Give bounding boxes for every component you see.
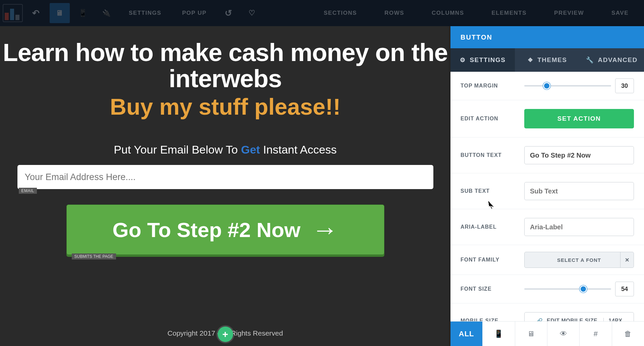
panel-tabs: ⚙SETTINGS ❖THEMES 🔧ADVANCED (450, 48, 644, 72)
desktop-icon: 🖥 (527, 330, 535, 338)
device-all-tab[interactable]: ALL (450, 322, 483, 346)
undo-button[interactable] (26, 3, 46, 23)
sections-menu[interactable]: SECTIONS (312, 3, 369, 23)
field-type-tag: EMAIL (19, 188, 37, 194)
font-size-slider[interactable] (524, 288, 611, 290)
heart-icon (249, 9, 256, 17)
history-icon (225, 8, 233, 18)
wrench-icon: 🔧 (586, 56, 594, 64)
sub-text-input[interactable] (524, 182, 634, 200)
device-all-label: ALL (459, 330, 474, 338)
tab-settings[interactable]: ⚙SETTINGS (450, 48, 515, 72)
cta-button[interactable]: Go To Step #2 Now → (66, 205, 384, 255)
cta-button-element[interactable]: Go To Step #2 Now → SUBMITS THE PAGE (66, 205, 384, 255)
email-input-element[interactable]: EMAIL (17, 165, 433, 189)
delete-element-button[interactable]: 🗑 (612, 322, 644, 346)
save-button[interactable]: SAVE (599, 3, 641, 23)
prop-aria-label: ARIA-LABEL (450, 209, 644, 245)
slider-thumb[interactable] (543, 82, 550, 90)
page-subheadline[interactable]: Buy my stuff please!! (0, 94, 450, 120)
tab-settings-label: SETTINGS (470, 56, 505, 64)
arrow-right-icon: → (312, 215, 338, 245)
select-font-button[interactable]: SELECT A FONT ✕ (524, 252, 634, 268)
settings-menu-label: SETTINGS (129, 10, 161, 16)
panel-title: BUTTON (450, 26, 644, 48)
preview-button[interactable]: PREVIEW (542, 3, 596, 23)
elements-menu[interactable]: ELEMENTS (479, 3, 539, 23)
prop-sub-text: SUB TEXT (450, 173, 644, 209)
palette-icon: ❖ (528, 56, 534, 64)
prop-top-margin: TOP MARGIN (450, 72, 644, 100)
integrations-button[interactable] (97, 3, 117, 23)
plus-icon: + (222, 329, 228, 340)
edit-mobile-label: EDIT MOBILE SIZE (547, 318, 597, 321)
desktop-view-button[interactable] (50, 3, 70, 23)
tab-advanced-label: ADVANCED (598, 56, 637, 64)
tab-themes[interactable]: ❖THEMES (515, 48, 579, 72)
mobile-view-button[interactable] (73, 3, 93, 23)
aria-label-input[interactable] (524, 218, 634, 236)
mobile-icon (78, 9, 88, 17)
desktop-icon (56, 9, 64, 17)
mobile-icon: 📱 (494, 330, 503, 338)
lead-highlight: Get (241, 143, 260, 156)
edit-mobile-size-button[interactable]: 🔗 EDIT MOBILE SIZE 14PX (524, 312, 634, 321)
select-font-label: SELECT A FONT (557, 257, 601, 263)
popup-menu-label: POP UP (182, 10, 207, 16)
device-desktop-tab[interactable]: 🖥 (515, 322, 547, 346)
prop-font-size: FONT SIZE (450, 275, 644, 303)
favorite-button[interactable] (242, 3, 262, 23)
top-margin-input[interactable] (615, 78, 634, 93)
button-action-tag: SUBMITS THE PAGE (72, 253, 116, 260)
label-font-family: FONT FAMILY (461, 257, 524, 263)
label-top-margin: TOP MARGIN (461, 83, 524, 89)
visibility-tab[interactable]: 👁 (547, 322, 580, 346)
cta-button-label: Go To Step #2 Now (112, 218, 300, 242)
prop-button-text: BUTTON TEXT (450, 137, 644, 173)
columns-menu[interactable]: COLUMNS (420, 3, 476, 23)
set-action-button[interactable]: SET ACTION (524, 109, 634, 128)
eye-icon: 👁 (560, 330, 567, 338)
popup-menu[interactable]: POP UP (173, 3, 215, 23)
link-icon: 🔗 (536, 318, 543, 322)
lead-pre: Put Your Email Below To (114, 143, 241, 156)
panel-footer-tabs: ALL 📱 🖥 👁 # 🗑 (450, 321, 644, 346)
elements-menu-label: ELEMENTS (491, 10, 527, 16)
preview-button-label: PREVIEW (554, 10, 584, 16)
history-button[interactable] (219, 3, 239, 23)
custom-id-tab[interactable]: # (580, 322, 612, 346)
tab-advanced[interactable]: 🔧ADVANCED (580, 48, 644, 72)
add-section-button[interactable]: + (218, 327, 233, 342)
prop-font-family: FONT FAMILY SELECT A FONT ✕ (450, 245, 644, 275)
label-font-size: FONT SIZE (461, 286, 524, 292)
prop-edit-action: EDIT ACTION SET ACTION (450, 100, 644, 137)
properties-panel: BUTTON ⚙SETTINGS ❖THEMES 🔧ADVANCED TOP M… (450, 26, 644, 346)
gear-icon: ⚙ (460, 56, 466, 64)
rows-menu[interactable]: ROWS (372, 3, 416, 23)
top-margin-slider[interactable] (524, 85, 611, 86)
mobile-size-value: 14PX (603, 318, 622, 321)
columns-menu-label: COLUMNS (432, 10, 464, 16)
label-aria-label: ARIA-LABEL (461, 224, 524, 230)
clear-font-button[interactable]: ✕ (620, 252, 634, 268)
label-edit-action: EDIT ACTION (461, 116, 524, 122)
button-text-input[interactable] (524, 146, 634, 164)
slider-thumb[interactable] (580, 285, 587, 293)
plug-icon (102, 9, 111, 17)
label-mobile-size: MOBILE SIZE (461, 318, 524, 321)
undo-icon (32, 8, 40, 18)
lead-post: Instant Access (260, 143, 337, 156)
settings-menu[interactable]: SETTINGS (120, 3, 170, 23)
page-headline[interactable]: Learn how to make cash money on the inte… (0, 40, 450, 92)
prop-mobile-size: MOBILE SIZE 🔗 EDIT MOBILE SIZE 14PX (450, 303, 644, 321)
email-field[interactable] (17, 165, 433, 189)
rows-menu-label: ROWS (384, 10, 404, 16)
font-size-input[interactable] (615, 282, 634, 296)
app-logo (3, 4, 23, 22)
page-lead-text[interactable]: Put Your Email Below To Get Instant Acce… (0, 143, 450, 156)
device-mobile-tab[interactable]: 📱 (483, 322, 515, 346)
editor-canvas[interactable]: Learn how to make cash money on the inte… (0, 26, 450, 346)
sections-menu-label: SECTIONS (324, 10, 357, 16)
label-sub-text: SUB TEXT (461, 188, 524, 194)
save-button-label: SAVE (611, 10, 629, 16)
